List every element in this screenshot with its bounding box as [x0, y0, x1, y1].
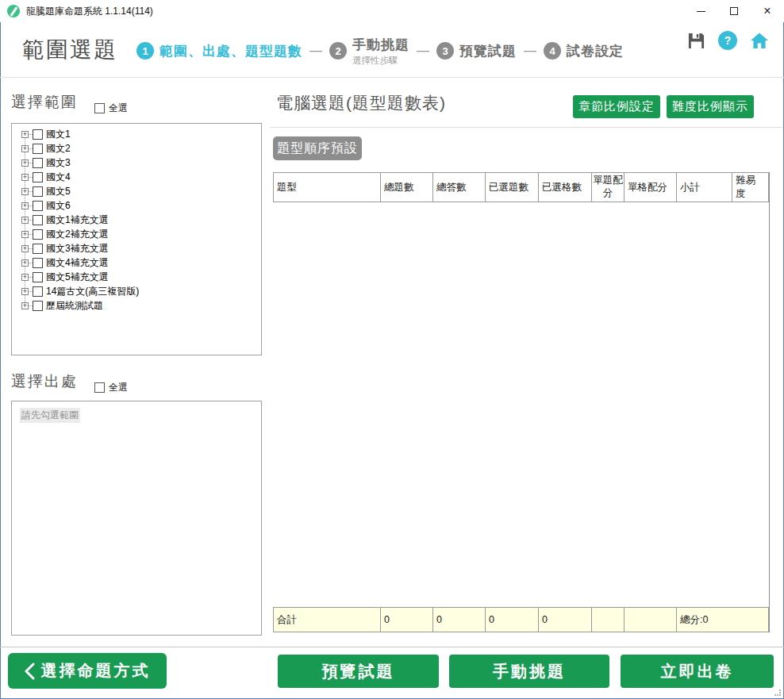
- tree-item-checkbox[interactable]: [33, 129, 43, 140]
- column-header: 難易度: [732, 173, 769, 202]
- app-window: { "window": { "title": "龍騰題庫命題系統 1.1.14(…: [0, 0, 784, 699]
- tree-item-label[interactable]: 國文3: [46, 156, 71, 170]
- tree-item[interactable]: +14篇古文(高三複習版): [12, 284, 261, 298]
- tree-item-checkbox[interactable]: [33, 301, 43, 311]
- tree-item-checkbox[interactable]: [33, 272, 43, 282]
- step-1: 1範圍、出處、題型題數: [136, 42, 302, 60]
- footer-cell: [592, 608, 625, 632]
- tree-item-checkbox[interactable]: [33, 186, 43, 197]
- expand-plus-icon[interactable]: +: [21, 159, 29, 167]
- tree-item[interactable]: +國文1補充文選: [12, 213, 261, 227]
- range-select-all[interactable]: 全選: [94, 102, 128, 115]
- tree-item-label[interactable]: 國文3補充文選: [46, 242, 109, 255]
- source-section-title: 選擇出處: [11, 371, 78, 392]
- close-button[interactable]: ×: [751, 0, 784, 22]
- tree-item-label[interactable]: 國文2補充文選: [46, 228, 109, 241]
- step-3: 3預覽試題: [436, 42, 517, 60]
- generate-exam-button[interactable]: 立即出卷: [621, 655, 774, 688]
- range-select-all-label: 全選: [109, 102, 128, 115]
- save-button[interactable]: [686, 30, 706, 51]
- step-label-wrap: 手動挑題選擇性步驟: [352, 36, 409, 67]
- step-label-wrap: 試卷設定: [567, 42, 624, 60]
- step-label-wrap: 範圍、出處、題型題數: [159, 42, 302, 60]
- tree-item-label[interactable]: 國文1: [46, 128, 71, 141]
- difficulty-ratio-button[interactable]: 難度比例顯示: [667, 95, 754, 118]
- expand-plus-icon[interactable]: +: [21, 302, 29, 309]
- expand-plus-icon[interactable]: +: [21, 217, 29, 224]
- step-4: 4試卷設定: [544, 42, 624, 60]
- tree-item[interactable]: +國文5: [12, 184, 261, 198]
- tree-item-checkbox[interactable]: [33, 244, 43, 254]
- tree-item-checkbox[interactable]: [33, 144, 43, 154]
- tree-item-checkbox[interactable]: [33, 229, 43, 240]
- expand-plus-icon[interactable]: +: [21, 259, 29, 267]
- manual-pick-button[interactable]: 手動挑題: [449, 655, 609, 688]
- step-label: 預覽試題: [459, 42, 517, 60]
- expand-plus-icon[interactable]: +: [21, 202, 29, 209]
- range-select-all-checkbox[interactable]: [94, 103, 105, 113]
- page-title: 範圍選題: [22, 35, 117, 65]
- help-button[interactable]: ?: [717, 30, 738, 51]
- tree-item-label[interactable]: 國文2: [46, 142, 71, 156]
- expand-plus-icon[interactable]: +: [21, 245, 29, 252]
- column-header: 已選題數: [486, 173, 539, 202]
- tree-item[interactable]: +國文4補充文選: [12, 255, 261, 270]
- step-label: 試卷設定: [567, 42, 624, 60]
- tree-item-label[interactable]: 14篇古文(高三複習版): [46, 285, 139, 298]
- home-button[interactable]: [749, 30, 770, 51]
- expand-plus-icon[interactable]: +: [21, 145, 29, 152]
- tree-item[interactable]: +歷屆統測試題: [12, 298, 261, 313]
- tree-item[interactable]: +國文3: [12, 156, 261, 170]
- tree-item[interactable]: +國文2: [12, 141, 261, 156]
- tree-item[interactable]: +國文6: [12, 198, 261, 213]
- expand-plus-icon[interactable]: +: [21, 174, 29, 181]
- expand-plus-icon[interactable]: +: [21, 131, 29, 138]
- footer-cell: 0: [539, 608, 592, 632]
- type-order-button[interactable]: 題型順序預設: [273, 136, 362, 160]
- maximize-icon: [730, 7, 738, 15]
- tree-item[interactable]: +國文4: [12, 170, 261, 184]
- step-number-badge: 1: [136, 42, 154, 60]
- tree-item-checkbox[interactable]: [33, 158, 43, 168]
- tree-item[interactable]: +國文1: [12, 127, 261, 141]
- tree-item[interactable]: +國文3補充文選: [12, 241, 261, 255]
- chapter-ratio-button[interactable]: 章節比例設定: [573, 95, 660, 118]
- tree-item-label[interactable]: 國文5補充文選: [46, 271, 109, 284]
- step-label: 手動挑題: [352, 36, 409, 54]
- back-to-method-button[interactable]: 選擇命題方式: [8, 653, 167, 689]
- tree-item-label[interactable]: 國文4補充文選: [46, 256, 109, 270]
- footer-cell: 0: [381, 608, 433, 632]
- tree-item-checkbox[interactable]: [33, 258, 43, 268]
- minimize-button[interactable]: [684, 0, 717, 22]
- tree-item-checkbox[interactable]: [33, 201, 43, 211]
- tree-item-label[interactable]: 歷屆統測試題: [46, 299, 103, 313]
- source-select-all-checkbox[interactable]: [94, 382, 105, 393]
- tree-item-label[interactable]: 國文4: [46, 171, 71, 184]
- footer-total-score: 總分:0: [677, 608, 769, 632]
- column-header: 總答數: [433, 173, 486, 202]
- source-list-box[interactable]: 請先勾選範圍: [11, 401, 262, 636]
- tree-item[interactable]: +國文5補充文選: [12, 270, 261, 284]
- preview-questions-button[interactable]: 預覽試題: [278, 655, 439, 688]
- maximize-button[interactable]: [717, 0, 751, 22]
- tree-item-checkbox[interactable]: [33, 172, 43, 182]
- expand-plus-icon[interactable]: +: [21, 188, 29, 195]
- tree-item-checkbox[interactable]: [33, 286, 43, 297]
- resize-grip[interactable]: [774, 689, 781, 696]
- step-separator: —: [524, 44, 536, 58]
- tree-item-label[interactable]: 國文6: [46, 199, 71, 213]
- home-icon: [750, 31, 769, 50]
- footer-cell: 0: [486, 608, 539, 632]
- table-header: 題型總題數總答數已選題數已選格數單題配分單格配分小計難易度: [273, 172, 769, 202]
- range-tree-box[interactable]: +國文1+國文2+國文3+國文4+國文5+國文6+國文1補充文選+國文2補充文選…: [11, 123, 262, 355]
- range-section-title: 選擇範圍: [11, 92, 78, 113]
- expand-plus-icon[interactable]: +: [21, 231, 29, 238]
- tree-item-label[interactable]: 國文1補充文選: [46, 213, 109, 227]
- tree-item-label[interactable]: 國文5: [46, 185, 71, 198]
- source-select-all[interactable]: 全選: [94, 381, 128, 394]
- footer-cell: [625, 608, 677, 632]
- tree-item[interactable]: +國文2補充文選: [12, 227, 261, 241]
- expand-plus-icon[interactable]: +: [21, 288, 29, 295]
- tree-item-checkbox[interactable]: [33, 215, 43, 225]
- expand-plus-icon[interactable]: +: [21, 274, 29, 281]
